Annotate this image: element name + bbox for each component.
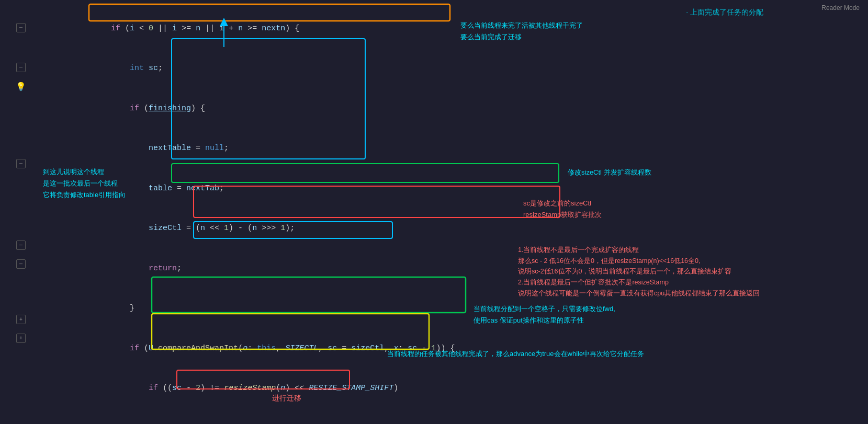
annotation-migration: 进行迁移 [272,392,301,404]
gutter-icon-4[interactable]: ─ [16,240,26,250]
code-line-3: if (finishing) { [54,88,868,129]
code-line-2: int sc; [54,49,868,89]
left-gutter: ─ ─ 💡 ─ ─ ─ + + [0,0,42,424]
gutter-icon-3[interactable]: ─ [16,159,26,168]
code-area: Reader Mode · 上面完成了任务的分配 if (i < 0 || i … [42,0,868,424]
gutter-icon-2[interactable]: ─ [16,63,26,72]
annotation-tabat: 当前线程分配到一个空格子，只需要修改位fwd, 使用cas 保证put操作和这里… [474,303,746,326]
gutter-icon-1[interactable]: ─ [16,23,26,32]
code-line-10: if ((sc - 2) != resizeStamp(n) << RESIZE… [54,369,868,409]
code-line-6: sizeCtl = (n << 1) - (n >>> 1); [54,209,868,249]
gutter-icon-5[interactable]: ─ [16,259,26,269]
code-line-11: return; [54,408,868,424]
gutter-icon-plus-2[interactable]: + [16,334,26,343]
code-line-4: nextTable = null; [54,129,868,169]
annotation-right-finishing: 要么当前线程来完了活被其他线程干完了要么当前完成了迁移 [460,20,583,43]
annotation-left-last-thread: 到这儿说明这个线程是这一批次最后一个线程它将负责修改table引用指向 [43,166,158,201]
main-container: ─ ─ 💡 ─ ─ ─ + + Reader Mode · 上面完成了任务的分配… [0,0,868,424]
code-line-5: table = nextTab; [54,168,868,209]
annotation-explain-red: 1.当前线程不是最后一个完成扩容的线程 那么sc - 2 低16位不会是0，但是… [518,245,868,299]
annotation-right-cas: 修改sizeCtl 并发扩容线程数 [568,167,651,178]
bulb-icon[interactable]: 💡 [16,82,26,92]
annotation-sc: sc是修改之前的sizeCtlresizeStamp获取扩容批次 [523,198,602,221]
gutter-icon-plus-1[interactable]: + [16,315,26,324]
annotation-bottom-right: 当前线程的任务被其他线程完成了，那么advance为true会在while中再次… [387,348,780,360]
